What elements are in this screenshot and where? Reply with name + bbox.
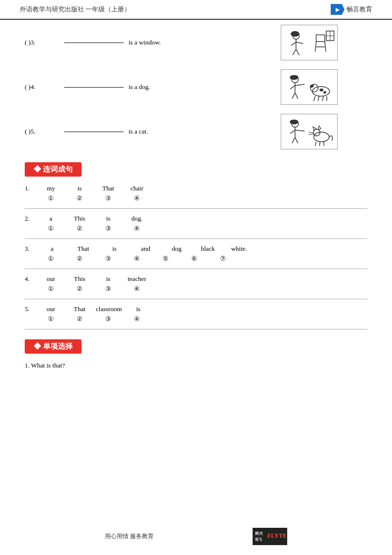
fill-item-5: ( )5. is a cat. [25, 114, 367, 149]
ex4-w1: our [39, 275, 63, 283]
svg-line-1 [315, 42, 316, 51]
ex1-num: 1. [25, 185, 35, 192]
exercise-4-numbers: ① ② ③ ④ [39, 285, 367, 293]
exercise-4: 4. our This is teacher ① ② ③ ④ [25, 275, 367, 293]
ex2-w1: a [39, 215, 63, 223]
ex3-c6: ⑥ [182, 255, 207, 263]
item-4-number: ( )4. [25, 83, 59, 91]
header-title: 外语教学与研究出版社 一年级（上册） [20, 5, 131, 14]
svg-text:科大: 科大 [255, 531, 263, 536]
ex3-c5: ⑤ [153, 255, 178, 263]
logo-icon: ▶ [331, 4, 345, 15]
svg-line-35 [295, 138, 298, 143]
page-footer: 用心用情 服务教育 科大 讯飞 FLYTE [0, 528, 392, 545]
divider-2 [25, 238, 367, 239]
exercise-5-words: 5. our That classroom is [25, 305, 367, 313]
svg-line-25 [318, 96, 319, 101]
ex1-c4: ④ [125, 194, 149, 202]
svg-text:FLYTE: FLYTE [267, 532, 287, 539]
svg-line-19 [295, 93, 298, 99]
exercise-1: 1. my is That chair ① ② ③ ④ [25, 185, 367, 202]
ex3-c4: ④ [125, 255, 149, 263]
footer-text: 用心用情 服务教育 [105, 532, 154, 541]
choice-q1-text: What is that? [31, 362, 65, 369]
ex5-c3: ③ [96, 315, 121, 323]
svg-point-29 [323, 91, 326, 93]
ex2-num: 2. [25, 215, 35, 223]
ex2-w4: dog. [125, 215, 149, 223]
svg-line-16 [290, 86, 295, 89]
svg-line-2 [325, 42, 326, 51]
exercise-2: 2. a This is dog. ① ② ③ ④ [25, 215, 367, 232]
header-logo: ▶ 畅言教育 [331, 4, 372, 15]
svg-line-10 [296, 42, 304, 44]
fill-item-3: ( )3. is a window. [25, 25, 367, 60]
lianci-section: 连词成句 1. my is That chair ① ② ③ ④ 2. a [25, 158, 367, 329]
svg-line-9 [291, 42, 296, 46]
item-4-sentence: is a dog. [129, 83, 150, 91]
item-5-blank [64, 132, 124, 132]
svg-line-18 [292, 93, 295, 99]
exercise-5: 5. our That classroom is ① ② ③ ④ [25, 305, 367, 323]
choice-q1: 1. What is that? [25, 362, 367, 370]
svg-point-13 [291, 31, 300, 37]
exercise-1-words: 1. my is That chair [25, 185, 367, 192]
page-header: 外语教学与研究出版社 一年级（上册） ▶ 畅言教育 [0, 0, 392, 20]
ex5-c2: ② [67, 315, 92, 323]
svg-point-36 [290, 120, 299, 125]
ex3-w1: a [39, 245, 66, 253]
divider-3 [25, 269, 367, 269]
svg-point-37 [314, 132, 329, 141]
svg-point-21 [312, 87, 330, 96]
exercise-2-words: 2. a This is dog. [25, 215, 367, 223]
ex1-w4: chair [125, 185, 149, 192]
item-3-number: ( )3. [25, 39, 59, 46]
svg-rect-0 [316, 35, 325, 42]
ex5-w3: classroom [96, 305, 122, 313]
lianci-header: 连词成句 [25, 162, 82, 177]
exercise-2-numbers: ① ② ③ ④ [39, 225, 367, 232]
exercise-5-numbers: ① ② ③ ④ [39, 315, 367, 323]
ex3-w3: is [101, 245, 128, 253]
single-choice-section: 单项选择 1. What is that? [25, 335, 367, 370]
svg-line-34 [292, 138, 295, 143]
item-4-image [281, 69, 338, 105]
logo-text: 畅言教育 [347, 5, 372, 14]
ex5-w1: our [39, 305, 63, 313]
item-5-image [281, 114, 338, 149]
choice-q1-num: 1. [25, 362, 30, 369]
ex1-w1: my [39, 185, 63, 192]
svg-point-20 [290, 75, 299, 80]
ex3-w2: That [70, 245, 97, 253]
svg-line-17 [295, 84, 305, 86]
svg-text:讯飞: 讯飞 [255, 537, 262, 542]
ex4-w4: teacher [125, 275, 149, 283]
ex3-num: 3. [25, 245, 35, 253]
fill-item-4: ( )4. is a dog. [25, 69, 367, 105]
ex3-c1: ① [39, 255, 63, 263]
ex5-w4: is [126, 305, 151, 313]
divider-1 [25, 208, 367, 209]
divider-4 [25, 299, 367, 299]
item-4-blank [64, 87, 124, 88]
svg-line-33 [295, 130, 305, 131]
ex2-c4: ④ [125, 225, 149, 232]
ex3-w6: black [194, 245, 221, 253]
main-content: ( )3. is a window. [0, 25, 392, 370]
ex1-c2: ② [67, 194, 92, 202]
svg-line-44 [308, 132, 313, 133]
ex5-num: 5. [25, 305, 35, 313]
ex2-w3: is [96, 215, 121, 223]
exercise-4-words: 4. our This is teacher [25, 275, 367, 283]
ex4-num: 4. [25, 275, 35, 283]
svg-marker-40 [318, 126, 321, 130]
ex1-c3: ③ [96, 194, 121, 202]
item-5-sentence: is a cat. [129, 128, 148, 136]
ex3-c3: ③ [96, 255, 121, 263]
ex4-c2: ② [67, 285, 92, 293]
item-3-sentence: is a window. [129, 39, 161, 46]
ex4-c1: ① [39, 285, 63, 293]
ex3-w5: dog [163, 245, 190, 253]
ex1-w2: is [67, 185, 92, 192]
ex5-c4: ④ [125, 315, 149, 323]
